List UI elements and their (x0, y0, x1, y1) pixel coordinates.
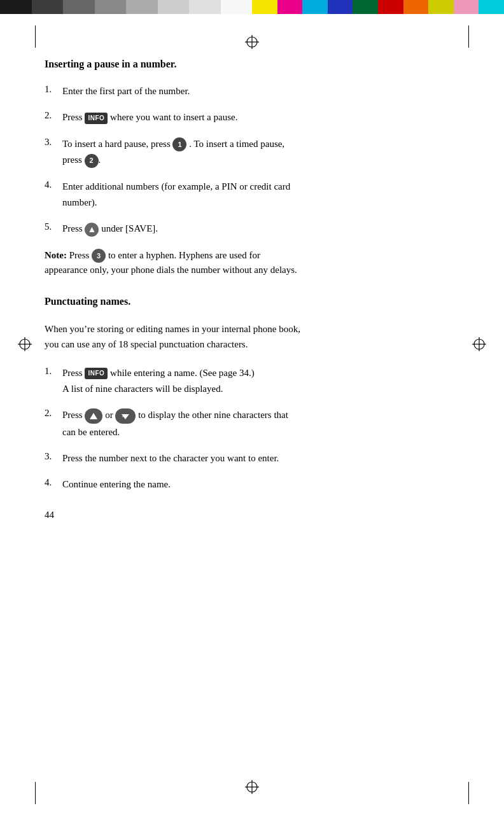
item-text: Enter the first part of the number. (62, 86, 190, 96)
punctuating-names-list: 1. Press INFO while entering a name. (Se… (45, 366, 459, 492)
list-content: To insert a hard pause, press 1 . To ins… (62, 137, 459, 168)
page-number: 44 (45, 510, 459, 520)
inserting-pause-list: 1. Enter the first part of the number. 2… (45, 84, 459, 237)
list-num: 1. (45, 84, 62, 95)
list-content: Press * or # (62, 408, 459, 440)
page-content: Inserting a pause in a number. 1. Enter … (0, 14, 504, 559)
key-1-button: 1 (172, 137, 186, 151)
list-num: 4. (45, 477, 62, 488)
key-2-button: 2 (85, 154, 99, 168)
heading-punctuating-names: Punctuating names. (45, 296, 459, 307)
body-line1: When you’re storing or editing names in … (45, 324, 300, 334)
section-punctuating-names: Punctuating names. When you’re storing o… (45, 296, 459, 492)
left-color-swatches (0, 0, 252, 14)
item-text-after: where you want to insert a pause. (110, 112, 237, 122)
item-text-after: under [SAVE]. (101, 223, 158, 233)
item-text: Enter additional numbers (for example, a… (62, 181, 290, 192)
list-num: 2. (45, 408, 62, 419)
item-text: Press (62, 368, 85, 378)
info-button-badge: INFO (85, 113, 108, 124)
up-star-button: * (85, 408, 102, 424)
item-line2: can be entered. (62, 425, 459, 440)
list-item: 3. To insert a hard pause, press 1 . To … (45, 137, 459, 168)
list-num: 3. (45, 451, 62, 462)
list-num: 4. (45, 179, 62, 190)
list-content: Press ▲ under [SAVE]. (62, 221, 459, 237)
note-text-line2: appearance only, your phone dials the nu… (45, 265, 297, 275)
note-label: Note: Press (45, 250, 92, 260)
or-text: or (105, 410, 115, 420)
item-text-after: while entering a name. (See page 34.) (110, 368, 255, 378)
border-mark-bottom-left (35, 782, 36, 804)
item-text-mid: . To insert a timed pause, (189, 139, 284, 149)
list-content: Press the number next to the character y… (62, 451, 459, 466)
body-line2: you can use any of 18 special punctuatio… (45, 339, 248, 349)
item-text: Continue entering the name. (62, 479, 171, 489)
list-item: 4. Continue entering the name. (45, 477, 459, 492)
list-item: 1. Press INFO while entering a name. (Se… (45, 366, 459, 397)
list-content: Press INFO where you want to insert a pa… (62, 110, 459, 125)
list-num: 2. (45, 110, 62, 121)
list-content: Continue entering the name. (62, 477, 459, 492)
border-mark-bottom-right (468, 782, 469, 804)
body-text-punctuating: When you’re storing or editing names in … (45, 321, 459, 352)
list-content: Press INFO while entering a name. (See p… (62, 366, 459, 397)
color-bar-top (0, 0, 504, 14)
nav-up-button: ▲ (85, 223, 99, 237)
heading-inserting-pause: Inserting a pause in a number. (45, 59, 459, 70)
item-line2: number). (62, 195, 459, 210)
list-item: 4. Enter additional numbers (for example… (45, 179, 459, 211)
right-color-swatches (252, 0, 504, 14)
item-text: To insert a hard pause, press (62, 139, 172, 149)
item-text-after: to display the other nine characters tha… (138, 410, 288, 420)
item-text: Press (62, 223, 85, 233)
item-line2: A list of nine characters will be displa… (62, 382, 459, 396)
reg-mark-bottom (245, 780, 259, 797)
item-text: Press (62, 410, 85, 420)
hash-down-button: # (115, 408, 136, 424)
list-num: 5. (45, 221, 62, 232)
list-item: 5. Press ▲ under [SAVE]. (45, 221, 459, 237)
section-inserting-pause: Inserting a pause in a number. 1. Enter … (45, 59, 459, 278)
note-block: Note: Press 3 to enter a hyphen. Hyphens… (45, 248, 459, 278)
list-item: 2. Press * or # (45, 408, 459, 440)
item-text: Press the number next to the character y… (62, 453, 279, 463)
item-line2: press 2. (62, 153, 459, 168)
list-content: Enter the first part of the number. (62, 84, 459, 99)
list-content: Enter additional numbers (for example, a… (62, 179, 459, 211)
list-item: 3. Press the number next to the characte… (45, 451, 459, 466)
list-num: 3. (45, 137, 62, 148)
list-item: 2. Press INFO where you want to insert a… (45, 110, 459, 125)
item-text: Press (62, 112, 85, 122)
list-item: 1. Enter the first part of the number. (45, 84, 459, 99)
list-num: 1. (45, 366, 62, 377)
info-button-badge-2: INFO (85, 368, 108, 379)
note-text: to enter a hyphen. Hyphens are used for (108, 250, 260, 260)
key-3-button: 3 (92, 249, 106, 263)
